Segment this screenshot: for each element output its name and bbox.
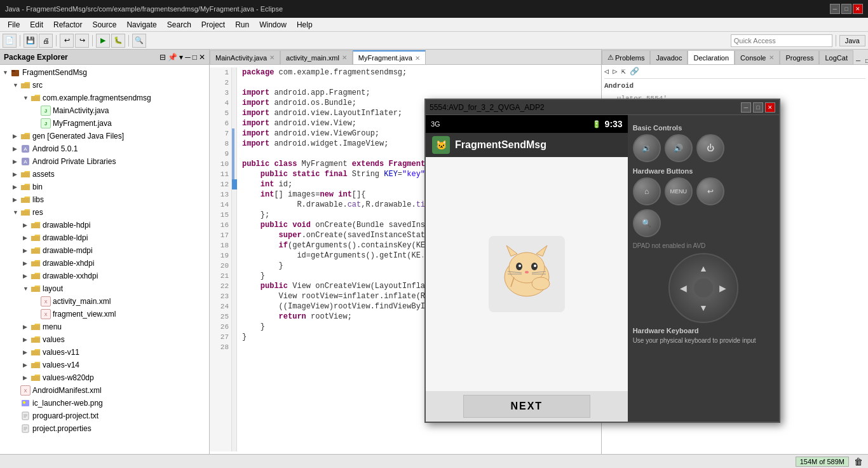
tree-item[interactable]: ▶values	[0, 333, 209, 346]
maximize-btn[interactable]: □	[841, 4, 851, 14]
tree-item[interactable]: ▶drawable-ldpi	[0, 231, 209, 244]
dpad-down[interactable]: ▼	[692, 296, 715, 319]
tree-item[interactable]: ▶values-v11	[0, 346, 209, 359]
tree-item[interactable]: ▼com.example.fragmentsendmsg	[0, 92, 209, 104]
panel-min-btn[interactable]: ─	[853, 57, 863, 64]
tab-activity-xml[interactable]: activity_main.xml ✕	[280, 50, 353, 64]
pe-pin-icon[interactable]: 📌	[168, 53, 177, 62]
tree-item[interactable]: ▶assets	[0, 168, 209, 181]
redo-btn[interactable]: ↪	[75, 34, 89, 48]
menu-edit[interactable]: Edit	[25, 19, 48, 31]
dpad-left[interactable]: ◀	[672, 277, 695, 299]
tree-item[interactable]: ▶libs	[0, 193, 209, 206]
tab-activity-xml-close[interactable]: ✕	[342, 54, 347, 61]
gc-btn[interactable]: 🗑	[854, 457, 863, 467]
menu-bar: File Edit Refactor Source Navigate Searc…	[0, 18, 868, 32]
tree-item[interactable]: proguard-project.txt	[0, 410, 209, 422]
tree-item[interactable]: ic_launcher-web.png	[0, 397, 209, 410]
console-close-icon[interactable]: ✕	[769, 54, 774, 61]
tree-item[interactable]: ▶drawable-xxhdpi	[0, 270, 209, 282]
minimize-btn[interactable]: ─	[830, 4, 840, 14]
window-controls: ─ □ ✕	[830, 4, 863, 14]
avd-close-btn[interactable]: ✕	[765, 102, 775, 113]
vol-down-btn[interactable]: 🔉	[633, 134, 661, 162]
tree-item[interactable]: ▶AAndroid 5.0.1	[0, 142, 209, 155]
undo-btn[interactable]: ↩	[60, 34, 74, 48]
tree-item[interactable]: ▶gen [Generated Java Files]	[0, 130, 209, 142]
menu-window[interactable]: Window	[254, 19, 292, 31]
tree-item[interactable]: ▼layout	[0, 282, 209, 295]
tab-progress[interactable]: Progress	[780, 50, 819, 64]
decl-btn-4[interactable]: 🔗	[630, 67, 639, 77]
tree-item[interactable]: Xactivity_main.xml	[0, 295, 209, 308]
menu-project[interactable]: Project	[196, 19, 230, 31]
tab-mainactivity[interactable]: MainActivity.java ✕	[210, 50, 280, 64]
java-perspective-btn[interactable]: Java	[839, 35, 865, 46]
search-hw-btn[interactable]: 🔍	[633, 209, 661, 237]
tree-item[interactable]: ▶bin	[0, 181, 209, 193]
menu-source[interactable]: Source	[87, 19, 121, 31]
tab-logcat[interactable]: LogCat	[819, 50, 853, 64]
tree-item[interactable]: project.properties	[0, 422, 209, 435]
tree-item[interactable]: JMainActivity.java	[0, 104, 209, 117]
decl-btn-1[interactable]: ◁	[604, 67, 609, 77]
save-btn[interactable]: 💾	[24, 34, 37, 48]
debug-btn[interactable]: 🐛	[111, 34, 125, 48]
tab-mainactivity-close[interactable]: ✕	[269, 54, 275, 61]
run-btn[interactable]: ▶	[96, 34, 110, 48]
close-btn[interactable]: ✕	[853, 4, 863, 14]
tree-item[interactable]: ▼res	[0, 206, 209, 219]
tree-item[interactable]: ▶drawable-xhdpi	[0, 257, 209, 270]
new-btn[interactable]: 📄	[3, 34, 17, 48]
line-numbers: 12345678910 11121314151617181920 2122232…	[210, 67, 232, 451]
menu-file[interactable]: File	[3, 19, 25, 31]
quick-access-input[interactable]	[731, 34, 832, 47]
home-btn[interactable]: ⌂	[633, 177, 661, 205]
pe-menu-icon[interactable]: ▾	[179, 53, 183, 62]
tab-myfragment[interactable]: MyFragment.java ✕	[353, 50, 426, 64]
tree-item[interactable]: ▶drawable-mdpi	[0, 244, 209, 257]
tab-declaration[interactable]: Declaration	[688, 50, 735, 64]
tree-item[interactable]: ▶values-w820dp	[0, 371, 209, 384]
menu-search[interactable]: Search	[162, 19, 196, 31]
back-btn[interactable]: ↩	[696, 177, 724, 205]
tab-myfragment-close[interactable]: ✕	[415, 55, 420, 62]
right-tabs: ⚠ Problems Javadoc Declaration Console ✕…	[602, 50, 868, 65]
pe-max-icon[interactable]: □	[193, 53, 197, 62]
tree-item-label: res	[32, 208, 43, 217]
power-btn[interactable]: ⏻	[696, 134, 724, 162]
panel-max-btn[interactable]: □	[863, 57, 868, 64]
tree-item[interactable]: XAndroidManifest.xml	[0, 384, 209, 397]
pe-collapse-icon[interactable]: ⊟	[159, 53, 166, 62]
menu-help[interactable]: Help	[292, 19, 318, 31]
search-btn[interactable]: 🔍	[132, 34, 146, 48]
tree-item[interactable]: Xfragment_view.xml	[0, 308, 209, 320]
decl-btn-3[interactable]: ⇱	[621, 67, 625, 77]
tree-item[interactable]: ▼FragmentSendMsg	[0, 66, 209, 79]
pe-min-icon[interactable]: ─	[185, 53, 191, 62]
dpad-center[interactable]	[694, 279, 713, 298]
tab-console[interactable]: Console ✕	[735, 50, 780, 64]
avd-min-btn[interactable]: ─	[741, 102, 751, 113]
avd-max-btn[interactable]: □	[753, 102, 763, 113]
tree-item[interactable]: ▼src	[0, 79, 209, 92]
vol-up-btn[interactable]: 🔊	[665, 134, 693, 162]
menu-run[interactable]: Run	[230, 19, 254, 31]
tree-item[interactable]: ▶menu	[0, 320, 209, 333]
pe-close-icon[interactable]: ✕	[199, 53, 205, 62]
tree-item[interactable]: ▶drawable-hdpi	[0, 219, 209, 231]
menu-navigate[interactable]: Navigate	[121, 19, 161, 31]
tree-item[interactable]: ▶values-v14	[0, 359, 209, 371]
tree-item[interactable]: ▶AAndroid Private Libraries	[0, 155, 209, 168]
dpad-container: ▲ ▼ ◀ ▶	[633, 253, 774, 323]
dpad-right[interactable]: ▶	[712, 277, 735, 299]
tree-item[interactable]: JMyFragment.java	[0, 117, 209, 130]
menu-refactor[interactable]: Refactor	[48, 19, 87, 31]
tree-icon-folder	[31, 284, 41, 294]
decl-btn-2[interactable]: ▷	[613, 67, 617, 77]
tab-javadoc[interactable]: Javadoc	[650, 50, 688, 64]
avd-next-button[interactable]: NEXT	[463, 395, 590, 418]
print-btn[interactable]: 🖨	[39, 34, 53, 48]
menu-btn[interactable]: MENU	[665, 177, 693, 205]
tab-problems[interactable]: ⚠ Problems	[602, 50, 650, 64]
